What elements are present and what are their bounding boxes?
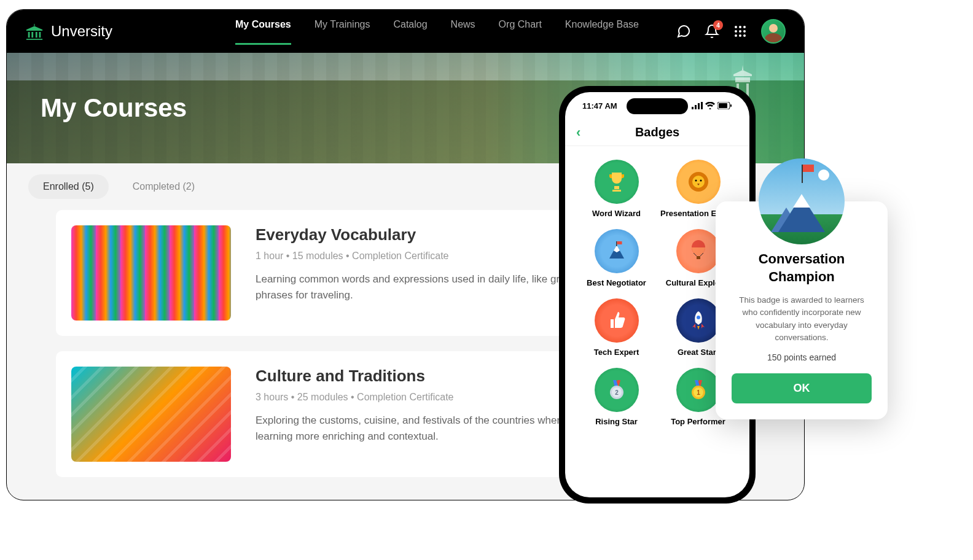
nav-my-courses[interactable]: My Courses bbox=[235, 19, 291, 44]
medal-silver-icon: 2 bbox=[595, 368, 639, 412]
badge-label: Rising Star bbox=[595, 417, 638, 426]
svg-point-8 bbox=[743, 34, 746, 37]
svg-point-18 bbox=[695, 180, 697, 182]
badge-label: Top Performer bbox=[671, 417, 725, 426]
rocket-icon bbox=[676, 298, 721, 343]
svg-point-17 bbox=[692, 176, 705, 188]
popup-desc: This badge is awarded to learners who co… bbox=[732, 294, 872, 344]
dynamic-island bbox=[627, 98, 688, 114]
svg-point-25 bbox=[697, 316, 700, 319]
badge-label: Great Start bbox=[678, 348, 719, 357]
svg-point-1 bbox=[739, 26, 741, 28]
page-title: My Courses bbox=[41, 93, 187, 123]
trophy-icon bbox=[595, 160, 639, 204]
popup-badge-icon bbox=[759, 158, 845, 244]
svg-point-3 bbox=[735, 30, 737, 33]
nav-my-trainings[interactable]: My Trainings bbox=[315, 19, 370, 44]
tab-completed[interactable]: Completed (2) bbox=[118, 174, 209, 199]
brand-name: Unversity bbox=[51, 23, 112, 40]
chat-icon[interactable] bbox=[676, 24, 691, 39]
svg-rect-22 bbox=[697, 256, 700, 259]
brand-logo[interactable]: Unversity bbox=[25, 22, 112, 41]
svg-point-19 bbox=[700, 180, 701, 182]
svg-point-5 bbox=[743, 30, 746, 33]
status-indicators bbox=[692, 102, 732, 109]
svg-point-6 bbox=[735, 34, 737, 37]
phone-header: ‹ Badges bbox=[565, 119, 749, 146]
svg-rect-9 bbox=[692, 107, 694, 109]
svg-rect-11 bbox=[698, 103, 700, 109]
ok-button[interactable]: OK bbox=[732, 373, 872, 403]
svg-point-4 bbox=[739, 30, 741, 33]
notif-badge: 4 bbox=[713, 20, 723, 30]
apps-icon[interactable] bbox=[733, 24, 748, 39]
popup-points: 150 points earned bbox=[732, 352, 872, 362]
badge-item[interactable]: Word Wizard bbox=[579, 160, 654, 218]
svg-rect-14 bbox=[719, 103, 727, 108]
svg-rect-15 bbox=[730, 104, 732, 107]
nav-news[interactable]: News bbox=[451, 19, 475, 44]
tab-enrolled[interactable]: Enrolled (5) bbox=[28, 174, 109, 199]
badge-item[interactable]: Best Negotiator bbox=[579, 229, 654, 287]
svg-rect-12 bbox=[701, 102, 703, 109]
nav-org-chart[interactable]: Org Chart bbox=[499, 19, 542, 44]
nav-knowledge-base[interactable]: Knowledge Base bbox=[565, 19, 639, 44]
svg-point-0 bbox=[735, 26, 737, 28]
badge-label: Tech Expert bbox=[594, 348, 639, 357]
wifi-icon bbox=[705, 102, 715, 109]
top-nav: Unversity My Courses My Trainings Catalo… bbox=[7, 10, 804, 53]
badge-item[interactable]: Tech Expert bbox=[579, 298, 654, 357]
status-time: 11:47 AM bbox=[582, 101, 617, 111]
popup-title: Conversation Champion bbox=[732, 251, 872, 286]
svg-text:2: 2 bbox=[615, 389, 619, 396]
nav-menu: My Courses My Trainings Catalog News Org… bbox=[235, 19, 639, 44]
nav-right: 4 bbox=[676, 19, 786, 44]
thumbs-up-icon bbox=[595, 298, 639, 343]
phone-title: Badges bbox=[576, 125, 738, 139]
notifications-icon[interactable]: 4 bbox=[705, 24, 719, 39]
badge-popup: Conversation Champion This badge is awar… bbox=[716, 201, 888, 419]
svg-text:1: 1 bbox=[697, 389, 700, 396]
svg-rect-10 bbox=[695, 105, 697, 109]
avatar[interactable] bbox=[761, 19, 786, 44]
balloon-icon bbox=[676, 229, 721, 273]
lion-icon bbox=[676, 160, 721, 204]
svg-point-2 bbox=[743, 26, 746, 28]
signal-icon bbox=[692, 102, 703, 109]
battery-icon bbox=[717, 102, 732, 109]
mountain-icon bbox=[595, 229, 639, 273]
course-thumbnail bbox=[71, 225, 231, 321]
badge-label: Word Wizard bbox=[592, 209, 641, 218]
nav-catalog[interactable]: Catalog bbox=[393, 19, 427, 44]
medal-gold-icon: 1 bbox=[676, 368, 721, 412]
svg-rect-20 bbox=[616, 241, 617, 246]
course-thumbnail bbox=[71, 367, 231, 462]
svg-point-7 bbox=[739, 34, 741, 37]
badge-label: Best Negotiator bbox=[587, 278, 646, 287]
university-icon bbox=[25, 22, 44, 41]
badge-item[interactable]: 2Rising Star bbox=[579, 368, 654, 426]
